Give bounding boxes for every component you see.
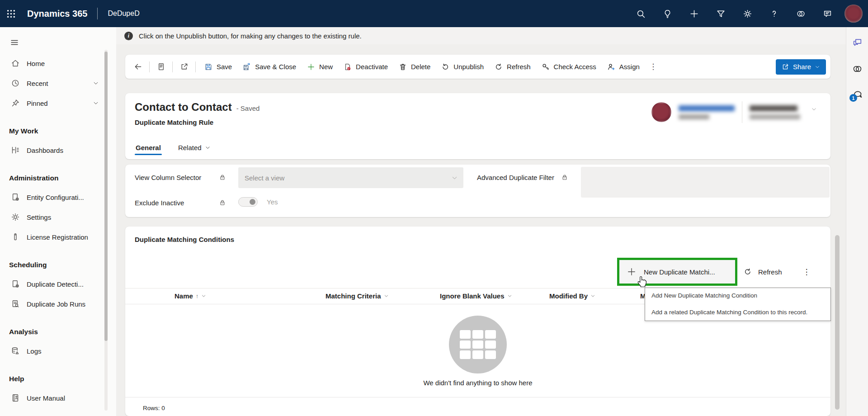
- sidebar-item-settings[interactable]: Settings: [0, 207, 116, 227]
- dashboard-icon: [11, 146, 20, 155]
- form-selector-button[interactable]: [153, 59, 169, 75]
- info-icon: i: [124, 32, 133, 40]
- toggle-knob: [250, 199, 255, 205]
- quick-create-button[interactable]: [683, 3, 705, 24]
- entity-type-label: Duplicate Matching Rule: [135, 118, 213, 126]
- chevron-down-icon[interactable]: [93, 100, 99, 106]
- sidebar-item-user-manual[interactable]: User Manual: [0, 388, 116, 408]
- notification-bar: i Click on the Unpublish button, for mak…: [116, 27, 846, 44]
- grid-overflow-button[interactable]: ⋮: [800, 264, 813, 280]
- add-icon: [689, 9, 699, 19]
- main-scrollbar-thumb[interactable]: [835, 235, 840, 410]
- grid-refresh-button[interactable]: Refresh: [744, 264, 782, 280]
- save-and-close-button[interactable]: Save & Close: [237, 59, 302, 75]
- sidebar-item-label: Settings: [27, 213, 51, 221]
- main-content: i Click on the Unpublish button, for mak…: [116, 27, 846, 416]
- app-launcher-button[interactable]: [0, 0, 22, 27]
- status-value-redacted: [750, 105, 797, 111]
- duplicate-matching-conditions-section: Duplicate Matching Conditions New Duplic…: [125, 227, 830, 416]
- sidebar-item-label: Logs: [27, 347, 42, 355]
- settings-button[interactable]: [736, 3, 759, 24]
- sidebar-item-duplicate-detection[interactable]: Duplicate Detecti...: [0, 274, 116, 294]
- sidebar-item-home[interactable]: Home: [0, 53, 116, 73]
- environment-name[interactable]: DeDupeD: [108, 9, 139, 18]
- search-icon: [636, 9, 646, 19]
- popout-icon: [180, 62, 189, 71]
- deactivate-button[interactable]: Deactivate: [338, 59, 393, 75]
- teams-chat-button[interactable]: [816, 3, 839, 24]
- sidebar-item-label: License Registration: [27, 233, 88, 241]
- save-status: - Saved: [236, 104, 260, 112]
- top-navigation-bar: Dynamics 365 DeDupeD: [0, 0, 868, 27]
- view-column-selector-input[interactable]: Select a view: [238, 167, 463, 188]
- sidebar-group-title: My Work: [0, 122, 116, 140]
- exclude-inactive-toggle[interactable]: [238, 197, 258, 207]
- database-icon: [11, 346, 20, 355]
- command-bar: Save Save & Close New Deactivate Delete …: [125, 55, 830, 79]
- sidebar-item-entity-configuration[interactable]: Entity Configurati...: [0, 187, 116, 207]
- popout-button[interactable]: [176, 59, 192, 75]
- sidebar-scrollbar-thumb[interactable]: [104, 52, 108, 341]
- chevron-down-icon[interactable]: [811, 106, 817, 112]
- column-header-modified-by[interactable]: Modified By: [549, 292, 595, 300]
- sidebar-item-pinned[interactable]: Pinned: [0, 93, 116, 113]
- rows-count-label: Rows: 0: [143, 405, 165, 411]
- sidebar-item-dashboards[interactable]: Dashboards: [0, 140, 116, 160]
- plus-icon: [307, 63, 315, 71]
- tab-general[interactable]: General: [135, 141, 162, 155]
- collapse-sitemap-button[interactable]: [4, 32, 25, 53]
- sidebar-item-recent[interactable]: Recent: [0, 73, 116, 93]
- copilot-button[interactable]: [789, 3, 812, 24]
- grid-empty-state: We didn't find anything to show here: [125, 316, 830, 387]
- chevron-down-icon: [201, 293, 206, 298]
- sidebar-item-duplicate-job-runs[interactable]: Duplicate Job Runs: [0, 294, 116, 314]
- column-header-ignore-blank-values[interactable]: Ignore Blank Values: [440, 292, 512, 300]
- advanced-duplicate-filter-input[interactable]: [581, 167, 830, 198]
- owner-avatar[interactable]: [651, 102, 671, 122]
- share-button[interactable]: Share: [776, 59, 826, 75]
- chat-panel-button[interactable]: [846, 33, 868, 52]
- help-button[interactable]: [763, 3, 785, 24]
- new-button[interactable]: New: [302, 59, 338, 75]
- column-header-matching-criteria[interactable]: Matching Criteria: [326, 292, 389, 300]
- assign-button[interactable]: Assign: [602, 59, 645, 75]
- lock-icon: [561, 174, 568, 181]
- section-title: Duplicate Matching Conditions: [135, 236, 234, 243]
- delete-button[interactable]: Delete: [393, 59, 436, 75]
- column-header-name[interactable]: Name ↑: [175, 292, 206, 300]
- record-header-card: Contact to Contact - Saved Duplicate Mat…: [125, 93, 830, 159]
- chevron-down-icon: [451, 175, 458, 181]
- suggestions-button[interactable]: [656, 3, 679, 24]
- copilot-panel-button[interactable]: [846, 59, 868, 79]
- search-button[interactable]: [629, 3, 652, 24]
- conversations-panel-button[interactable]: [846, 85, 868, 105]
- lock-icon: [219, 174, 226, 181]
- chevron-down-icon: [590, 293, 595, 298]
- unpublish-button[interactable]: Unpublish: [436, 59, 489, 75]
- owner-name-redacted: [679, 105, 735, 111]
- chevron-down-icon[interactable]: [93, 80, 99, 86]
- check-access-button[interactable]: Check Access: [536, 59, 602, 75]
- tab-related[interactable]: Related: [177, 141, 212, 155]
- empty-grid-icon: [449, 316, 507, 373]
- sidebar-item-license-registration[interactable]: License Registration: [0, 227, 116, 247]
- sidebar-item-logs[interactable]: Logs: [0, 341, 116, 361]
- new-duplicate-matching-condition-button[interactable]: New Duplicate Matchi...: [617, 258, 737, 286]
- save-button[interactable]: Save: [199, 59, 237, 75]
- lock-icon: [219, 199, 226, 206]
- record-title: Contact to Contact: [135, 101, 232, 113]
- back-button[interactable]: [130, 59, 146, 75]
- refresh-button[interactable]: Refresh: [489, 59, 536, 75]
- owner-field[interactable]: [679, 105, 735, 119]
- user-avatar[interactable]: [844, 5, 863, 23]
- command-overflow-button[interactable]: ⋮: [645, 59, 661, 75]
- waffle-icon: [6, 9, 16, 19]
- more-vertical-icon: ⋮: [803, 268, 811, 276]
- app-title[interactable]: Dynamics 365: [27, 9, 87, 19]
- sidebar-item-label: Duplicate Job Runs: [27, 300, 85, 308]
- lightbulb-icon: [663, 9, 672, 19]
- button-tooltip: Add New Duplicate Matching Condition Add…: [645, 288, 831, 321]
- license-icon: [11, 232, 20, 241]
- filter-button[interactable]: [709, 3, 732, 24]
- notification-count-badge: 1: [849, 94, 857, 102]
